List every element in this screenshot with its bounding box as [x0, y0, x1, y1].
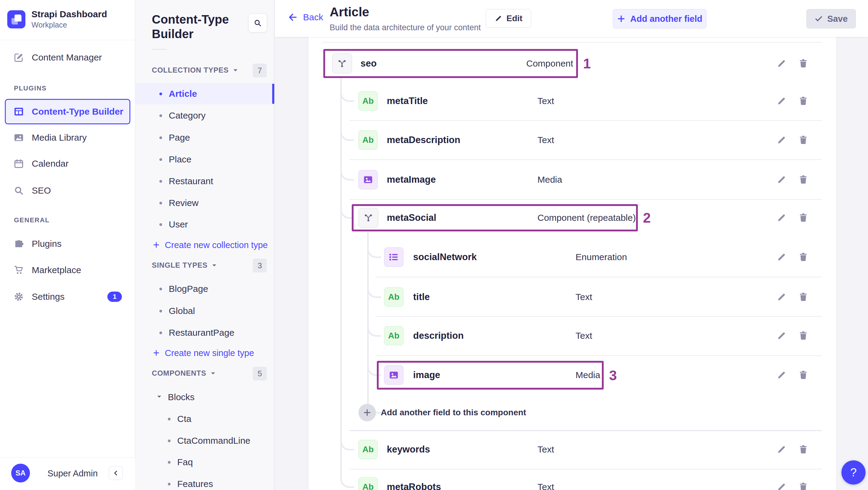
delete-field-button[interactable]	[797, 368, 810, 382]
add-field-to-component-label[interactable]: Add another field to this component	[381, 408, 526, 418]
seo-icon	[13, 185, 24, 196]
add-another-field-button[interactable]: Add another field	[613, 9, 707, 28]
text-field-icon: Ab	[384, 326, 403, 345]
subnav-item-label: Article	[169, 89, 197, 99]
enumeration-field-icon	[384, 247, 403, 267]
sidebar-item-calendar[interactable]: Calendar	[0, 153, 135, 174]
subnav-section-single-types[interactable]: SINGLE TYPES	[152, 261, 217, 270]
edit-field-button[interactable]	[775, 480, 788, 490]
component-field-icon	[359, 208, 378, 228]
delete-field-button[interactable]	[797, 443, 810, 456]
subnav-item-user[interactable]: User	[135, 214, 274, 235]
sidebar-item-content-manager[interactable]: Content Manager	[0, 47, 135, 68]
subnav-section-collection-types[interactable]: COLLECTION TYPES	[152, 66, 238, 74]
save-button[interactable]: Save	[806, 9, 856, 28]
help-button[interactable]: ?	[841, 460, 866, 485]
subnav-item-article[interactable]: Article	[135, 83, 274, 104]
sidebar-item-label: Media Library	[32, 132, 87, 143]
subnav-item-label: Restaurant	[169, 176, 213, 186]
edit-field-button[interactable]	[775, 133, 788, 147]
field-row-metarobots: AbmetaRobotsText	[309, 472, 836, 490]
search-button[interactable]	[248, 13, 267, 32]
field-type: Text	[537, 482, 554, 490]
sidebar-item-plugins[interactable]: Plugins	[0, 233, 135, 254]
text-field-icon: Ab	[359, 91, 378, 111]
add-another-field-label: Add another field	[630, 14, 702, 24]
delete-field-button[interactable]	[797, 173, 810, 186]
delete-field-button[interactable]	[797, 57, 810, 70]
subnav-item-page[interactable]: Page	[135, 127, 274, 148]
delete-field-button[interactable]	[797, 94, 810, 108]
subnav-item-cta[interactable]: Cta	[135, 408, 274, 429]
sidebar-item-label: Plugins	[32, 239, 61, 249]
subnav-item-review[interactable]: Review	[135, 192, 274, 214]
subnav-count-badge: 7	[253, 63, 267, 78]
avatar[interactable]: SA	[11, 464, 30, 483]
field-row-metadescription: AbmetaDescriptionText	[309, 125, 836, 155]
workspace-title: Strapi Dashboard	[31, 9, 107, 19]
arrow-left-icon	[288, 12, 298, 22]
bullet-icon	[159, 202, 162, 205]
edit-field-button[interactable]	[775, 211, 788, 224]
collapse-sidebar-button[interactable]	[109, 466, 123, 480]
field-type: Media	[537, 175, 562, 185]
sidebar-item-media-library[interactable]: Media Library	[0, 127, 135, 148]
create-new-create-new-collection-type[interactable]: +Create new collection type	[135, 235, 274, 255]
workspace-logo-row[interactable]: Strapi Dashboard Workplace	[7, 9, 107, 29]
sidebar-item-seo[interactable]: SEO	[0, 180, 135, 201]
sidebar-item-label: Content Manager	[32, 52, 102, 63]
field-type: Media	[576, 370, 600, 380]
main-header: Back Article Build the data architecture…	[275, 0, 868, 37]
subnav-item-ctacommandline[interactable]: CtaCommandLine	[135, 430, 274, 451]
subnav-item-label: User	[169, 219, 188, 229]
delete-field-button[interactable]	[797, 290, 810, 304]
edit-field-button[interactable]	[775, 290, 788, 304]
subnav-item-features[interactable]: Features	[135, 473, 274, 490]
field-type: Component	[526, 58, 573, 69]
edit-field-button[interactable]	[775, 329, 788, 342]
sidebar-item-settings[interactable]: Settings1	[0, 286, 135, 307]
plus-icon: +	[153, 240, 159, 250]
edit-field-button[interactable]	[775, 94, 788, 108]
field-row-keywords: AbkeywordsText	[309, 434, 836, 465]
edit-field-button[interactable]	[775, 368, 788, 382]
subnav-item-place[interactable]: Place	[135, 149, 274, 170]
subnav-item-blogpage[interactable]: BlogPage	[135, 278, 274, 300]
chevron-down-icon	[212, 264, 217, 267]
delete-field-button[interactable]	[797, 329, 810, 342]
subnav-item-restaurantpage[interactable]: RestaurantPage	[135, 322, 274, 343]
subnav-count-badge: 5	[253, 367, 267, 380]
back-link[interactable]: Back	[288, 12, 323, 22]
subnav-item-faq[interactable]: Faq	[135, 452, 274, 473]
sidebar-item-content-type-builder[interactable]: Content-Type Builder	[5, 99, 130, 124]
subnav-group-blocks[interactable]: Blocks	[135, 387, 274, 408]
create-new-create-new-single-type[interactable]: +Create new single type	[135, 343, 274, 363]
selected-indicator	[272, 84, 274, 104]
page-subtitle: Build the data architecture of your cont…	[330, 23, 481, 32]
add-field-to-component-button[interactable]	[359, 404, 376, 421]
edit-field-button[interactable]	[775, 57, 788, 70]
delete-field-button[interactable]	[797, 250, 810, 264]
bullet-icon	[168, 439, 170, 442]
text-field-icon: Ab	[359, 440, 378, 459]
subnav-item-category[interactable]: Category	[135, 105, 274, 126]
delete-field-button[interactable]	[797, 133, 810, 147]
edit-field-button[interactable]	[775, 443, 788, 456]
left-navigation: Strapi Dashboard Workplace Content Manag…	[0, 0, 135, 490]
calendar-icon	[13, 158, 24, 169]
edit-field-button[interactable]	[775, 250, 788, 264]
subnav-item-restaurant[interactable]: Restaurant	[135, 171, 274, 192]
subnav-section-components[interactable]: COMPONENTS	[152, 369, 216, 377]
user-name: Super Admin	[48, 468, 98, 479]
action-label: Create new collection type	[165, 240, 268, 250]
delete-field-button[interactable]	[797, 480, 810, 490]
edit-field-button[interactable]	[775, 173, 788, 186]
annotation-number: 3	[609, 367, 617, 384]
delete-field-button[interactable]	[797, 211, 810, 224]
edit-button[interactable]: Edit	[486, 9, 531, 28]
sidebar-item-marketplace[interactable]: Marketplace	[0, 259, 135, 281]
field-row-metaimage: metaImageMedia	[309, 164, 836, 195]
subnav-item-global[interactable]: Global	[135, 300, 274, 321]
plugins-icon	[13, 239, 24, 249]
field-row-seo: seoComponent	[309, 49, 836, 79]
